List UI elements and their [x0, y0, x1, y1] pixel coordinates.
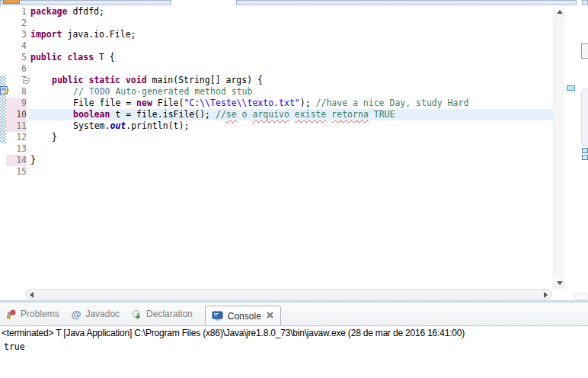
clipped-blue-icon — [582, 155, 588, 160]
code-line[interactable]: } — [30, 155, 36, 166]
code-line[interactable]: // TODO Auto-generated method stub — [73, 86, 252, 98]
tab-problems[interactable]: Problems — [6, 309, 59, 319]
javadoc-icon: @ — [72, 309, 81, 320]
view-icon-fragment — [3, 0, 20, 4]
editor-tab-sliver-left — [0, 0, 171, 5]
line-number[interactable]: 6 — [6, 63, 27, 75]
down-arrow-icon — [557, 281, 563, 285]
up-arrow-icon — [557, 10, 563, 14]
tab-label: Declaration — [146, 309, 193, 319]
tab-label: Javadoc — [85, 309, 120, 319]
line-number[interactable]: 11 — [6, 120, 27, 132]
line-number[interactable]: 10 — [6, 109, 27, 120]
clipped-right-panel — [581, 88, 588, 146]
line-number[interactable]: 15 — [6, 166, 27, 178]
line-number[interactable]: 3 — [6, 29, 27, 40]
line-number[interactable]: 13 — [6, 143, 27, 155]
problems-icon — [6, 309, 16, 319]
console-view-tabbar: Problems @ Javadoc Declaration — [0, 303, 588, 326]
tab-console[interactable]: Console — [205, 306, 281, 325]
code-line[interactable]: boolean t = file.isFile(); //se o arquiv… — [73, 109, 395, 120]
scroll-down-button[interactable] — [554, 277, 565, 289]
code-line[interactable]: public static void main(String[] args) { — [52, 75, 263, 86]
tab-label: Console — [228, 311, 261, 322]
console-process-header: <terminated> T [Java Application] C:\Pro… — [2, 328, 465, 338]
scrollbar-corner — [575, 293, 588, 300]
code-line[interactable]: import java.io.File; — [30, 29, 136, 40]
console-view[interactable]: <terminated> T [Java Application] C:\Pro… — [0, 326, 588, 378]
line-number[interactable]: 14 — [6, 155, 27, 166]
clipped-right-widget — [581, 43, 588, 59]
code-line[interactable]: public class T { — [30, 52, 115, 63]
code-line[interactable]: package dfdfd; — [30, 6, 104, 18]
line-number[interactable]: 5 — [6, 52, 27, 63]
tab-declaration[interactable]: Declaration — [132, 309, 193, 319]
line-number[interactable]: 4 — [6, 40, 27, 52]
horizontal-scrollbar[interactable] — [25, 289, 552, 300]
console-output: true — [4, 341, 25, 352]
code-line[interactable]: File file = new File("C:\\Teste\\texto.t… — [73, 98, 468, 109]
clipped-blue-icon — [582, 148, 588, 153]
line-number[interactable]: 2 — [6, 18, 27, 29]
todo-task-icon — [0, 85, 9, 94]
line-number[interactable]: 9 — [6, 98, 27, 109]
scroll-up-button[interactable] — [554, 6, 565, 18]
editor-tab-sliver-right — [236, 0, 577, 5]
editor-tab-sliver-edge — [582, 0, 588, 5]
console-icon — [212, 311, 223, 321]
left-arrow-icon[interactable] — [30, 292, 34, 298]
occurrence-overview-marker[interactable] — [567, 85, 575, 91]
code-line[interactable]: } — [52, 132, 57, 143]
tab-javadoc[interactable]: @ Javadoc — [72, 309, 120, 320]
code-line[interactable]: System.out.println(t); — [73, 120, 189, 132]
right-arrow-icon[interactable] — [544, 292, 548, 298]
close-icon[interactable] — [266, 311, 274, 322]
line-number[interactable]: 1 — [6, 6, 27, 18]
declaration-icon — [132, 309, 142, 319]
tab-label: Problems — [21, 309, 59, 319]
line-number[interactable]: 8 — [6, 86, 27, 98]
vertical-scrollbar[interactable] — [553, 6, 564, 289]
fold-collapse-icon[interactable] — [23, 77, 30, 84]
eclipse-window: 1package dfdfd;23import java.io.File;45p… — [0, 0, 588, 378]
line-number[interactable]: 12 — [6, 132, 27, 143]
